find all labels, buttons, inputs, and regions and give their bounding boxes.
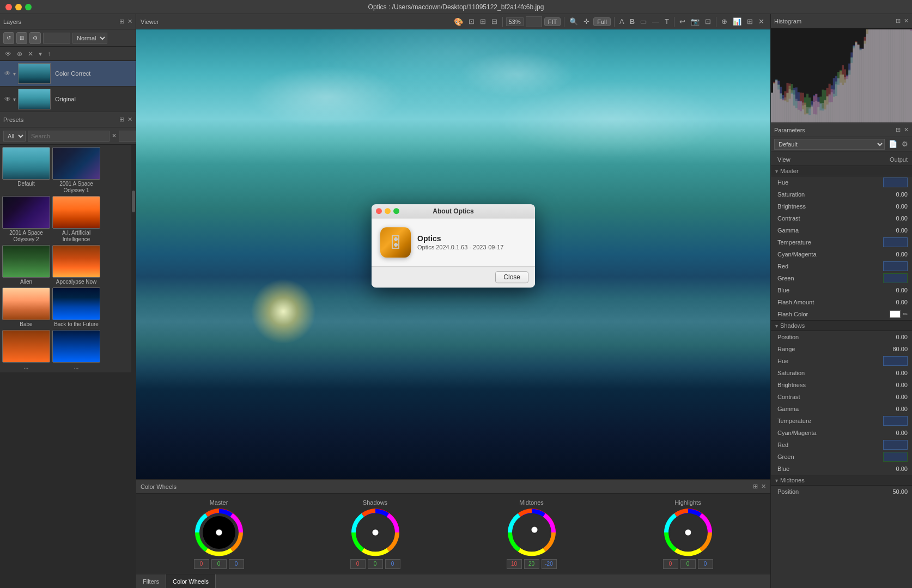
about-min-wc[interactable] bbox=[385, 208, 391, 214]
minimize-window-button[interactable] bbox=[15, 4, 22, 10]
line-tool-icon[interactable]: ― bbox=[650, 16, 661, 27]
preset-item-extra2[interactable]: ... bbox=[52, 330, 100, 370]
param-label-shadows-green: Green bbox=[775, 454, 883, 460]
layer-delete-button[interactable]: ✕ bbox=[26, 50, 35, 58]
parameters-content: View Output ▾ Master Hue 0.00 Saturation… bbox=[771, 151, 912, 588]
preset-label-space1: 2001 A Space Odyssey 1 bbox=[52, 181, 100, 194]
presets-filter-select[interactable]: All bbox=[3, 131, 26, 142]
param-input-shadows-red[interactable]: 0.00 bbox=[883, 440, 908, 450]
histogram-icon[interactable]: 📊 bbox=[731, 16, 743, 27]
parameters-preset-select[interactable]: Default bbox=[774, 139, 885, 150]
zoom-tool-icon[interactable]: 🔍 bbox=[568, 16, 580, 27]
layer-item-color-correct[interactable]: 👁 ▾ Color Correct bbox=[0, 61, 136, 87]
presets-search-clear-icon[interactable]: ✕ bbox=[112, 132, 117, 139]
preset-item-alien[interactable]: Alien bbox=[2, 245, 50, 285]
opacity-input[interactable]: 100.00 bbox=[43, 33, 70, 44]
flash-color-picker-icon[interactable]: ✏ bbox=[903, 311, 908, 318]
text2-icon[interactable]: T bbox=[663, 16, 671, 27]
layers-settings-button[interactable]: ⚙ bbox=[29, 32, 41, 44]
text-tool-icon[interactable]: A bbox=[618, 16, 626, 27]
layers-add-button[interactable]: ↺ bbox=[3, 32, 14, 44]
close-viewer-icon[interactable]: ✕ bbox=[757, 16, 766, 27]
param-input-green[interactable]: 0.00 bbox=[883, 273, 908, 283]
param-value-shadows-gamma: 0.00 bbox=[883, 406, 908, 412]
undo-icon[interactable]: ↩ bbox=[678, 16, 687, 27]
layer-item-original[interactable]: 👁 ▾ Original bbox=[0, 87, 136, 112]
expand-icon2[interactable]: ⊞ bbox=[745, 16, 755, 27]
preset-item-extra1[interactable]: ... bbox=[2, 330, 50, 370]
preset-item-babe[interactable]: Babe bbox=[2, 287, 50, 328]
presets-scrollbar[interactable] bbox=[131, 145, 136, 372]
colorwheel-midtones-wheel[interactable] bbox=[507, 508, 556, 557]
crop-icon[interactable]: ⊡ bbox=[467, 16, 476, 27]
preset-item-apocalypse[interactable]: Apocalypse Now bbox=[52, 245, 100, 285]
layers-header-icons: ⊞ ✕ bbox=[119, 18, 132, 25]
compare-icon[interactable]: ⊞ bbox=[478, 16, 488, 27]
preset-item-ai[interactable]: A.I. Artificial Intelligence bbox=[52, 196, 100, 243]
pan-tool-icon[interactable]: ✛ bbox=[582, 16, 591, 27]
layer-add-effect-button[interactable]: ⊕ bbox=[15, 50, 24, 58]
blend-mode-select[interactable]: Normal bbox=[72, 33, 107, 44]
settings-icon[interactable]: ⊡ bbox=[703, 16, 713, 27]
full-view-button[interactable]: Full bbox=[593, 17, 611, 26]
layer-name-color-correct: Color Correct bbox=[55, 70, 90, 77]
histogram-close-icon[interactable]: ✕ bbox=[904, 17, 909, 24]
target-icon[interactable]: ⊕ bbox=[720, 16, 729, 27]
histogram-expand-icon[interactable]: ⊞ bbox=[896, 17, 901, 24]
presets-expand-icon[interactable]: ⊞ bbox=[119, 116, 124, 123]
layers-copy-button[interactable]: ⊞ bbox=[16, 32, 27, 44]
tab-filters[interactable]: Filters bbox=[136, 574, 166, 588]
shadows-val-g: 0 bbox=[368, 559, 383, 569]
view-mode-icon[interactable]: ⊟ bbox=[490, 16, 499, 27]
maximize-window-button[interactable] bbox=[25, 4, 32, 10]
param-input-shadows-green[interactable]: 0.00 bbox=[883, 452, 908, 462]
close-window-button[interactable] bbox=[5, 4, 12, 10]
colorwheels-close-icon[interactable]: ✕ bbox=[761, 483, 766, 490]
param-input-shadows-hue[interactable]: 0.00 bbox=[883, 356, 908, 366]
about-max-wc[interactable] bbox=[393, 208, 399, 214]
camera-icon[interactable]: 📷 bbox=[689, 16, 701, 27]
master-section-label: Master bbox=[780, 168, 799, 174]
colorwheel-shadows-wheel[interactable] bbox=[351, 508, 400, 557]
presets-close-icon[interactable]: ✕ bbox=[127, 116, 132, 123]
layers-close-icon[interactable]: ✕ bbox=[127, 18, 132, 25]
param-section-master[interactable]: ▾ Master bbox=[771, 166, 912, 176]
parameters-expand-icon[interactable]: ⊞ bbox=[896, 126, 901, 133]
search-input[interactable] bbox=[28, 131, 110, 142]
layer-collapse-button[interactable]: ▾ bbox=[37, 50, 44, 58]
tab-colorwheels[interactable]: Color Wheels bbox=[166, 574, 216, 588]
colorwheel-master-wheel[interactable] bbox=[194, 508, 244, 557]
param-input-red[interactable]: 0.00 bbox=[883, 261, 908, 271]
preset-item-space1[interactable]: 2001 A Space Odyssey 1 bbox=[52, 147, 100, 194]
preset-item-backtofuture[interactable]: Back to the Future bbox=[52, 287, 100, 328]
about-close-wc[interactable] bbox=[376, 208, 382, 214]
bold-text-icon[interactable]: B bbox=[628, 16, 636, 27]
param-input-shadows-temperature[interactable]: 0.00 bbox=[883, 416, 908, 426]
param-section-midtones[interactable]: ▾ Midtones bbox=[771, 475, 912, 486]
preset-item-space2[interactable]: 2001 A Space Odyssey 2 bbox=[2, 196, 50, 243]
param-input-hue[interactable]: 0.00 bbox=[883, 177, 908, 187]
preset-item-default[interactable]: Default bbox=[2, 147, 50, 194]
zoom-input[interactable]: 100 bbox=[526, 16, 542, 27]
toolbar-divider1 bbox=[502, 17, 503, 27]
param-section-shadows[interactable]: ▾ Shadows bbox=[771, 320, 912, 331]
layers-expand-icon[interactable]: ⊞ bbox=[119, 18, 124, 25]
parameters-panel: Parameters ⊞ ✕ Default 📄 ⚙ View Output bbox=[771, 123, 912, 588]
params-doc-icon-btn[interactable]: 📄 bbox=[888, 139, 898, 149]
flash-color-swatch[interactable] bbox=[890, 310, 901, 318]
param-row-midtones-position: Position 50.00 bbox=[771, 486, 912, 498]
param-input-temperature[interactable]: 0.00 bbox=[883, 237, 908, 247]
presets-count-input[interactable]: 100 bbox=[119, 131, 138, 142]
params-settings-icon-btn[interactable]: ⚙ bbox=[901, 139, 909, 149]
color-strip-icon[interactable]: 🎨 bbox=[452, 16, 465, 27]
about-close-button[interactable]: Close bbox=[495, 271, 528, 283]
layer-visibility-button[interactable]: 👁 bbox=[3, 50, 13, 58]
colorwheels-expand-icon[interactable]: ⊞ bbox=[753, 483, 758, 490]
fit-zoom-button[interactable]: FIT bbox=[544, 17, 561, 26]
viewer-canvas[interactable]: About Optics 🎛 Optics Optics 2024.0.1.63… bbox=[136, 29, 770, 479]
parameters-close-icon[interactable]: ✕ bbox=[904, 126, 909, 133]
rectangle-tool-icon[interactable]: ▭ bbox=[639, 16, 648, 27]
colorwheel-highlights-wheel[interactable] bbox=[664, 508, 713, 557]
bottom-tabs: Filters Color Wheels bbox=[136, 574, 770, 588]
layer-up-button[interactable]: ↑ bbox=[46, 50, 52, 58]
